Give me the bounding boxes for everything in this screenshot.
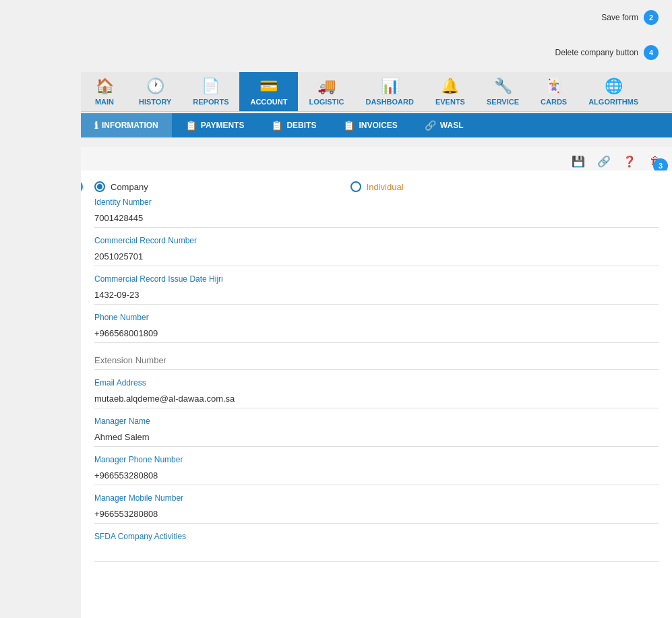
sidebar [0, 72, 81, 618]
save-form-label: Save form [601, 13, 638, 22]
field-group-manager_phone: Manager Phone Number [94, 455, 659, 485]
field-group-email_address: Email Address [94, 378, 659, 408]
events-icon: 🔔 [441, 78, 459, 95]
sub-nav-item-wasl[interactable]: 🔗 WASL [411, 113, 477, 137]
label-identity_number: Identity Number [94, 197, 659, 207]
history-icon: 🕐 [146, 78, 164, 95]
label-manager_name: Manager Name [94, 416, 659, 426]
sub-nav: ℹ INFORMATION📋 PAYMENTS📋 DEBITS📋 INVOICE… [81, 113, 672, 137]
nav-item-algorithms[interactable]: 🌐 ALGORITHMS [578, 72, 649, 111]
badge-2: 2 [644, 10, 659, 25]
nav-item-reports[interactable]: 📄 REPORTS [182, 72, 239, 111]
algorithms-icon: 🌐 [605, 78, 623, 95]
input-sfda_activities[interactable] [94, 543, 659, 562]
field-group-manager_mobile: Manager Mobile Number [94, 493, 659, 524]
cards-label: CARDS [541, 98, 567, 106]
company-radio[interactable]: Company [94, 181, 148, 192]
label-manager_phone: Manager Phone Number [94, 455, 659, 464]
input-extension_number[interactable] [94, 351, 659, 370]
field-group-sfda_activities: SFDA Company Activities [94, 532, 659, 562]
company-radio-circle[interactable] [94, 181, 105, 192]
help-button[interactable]: ❓ [619, 151, 640, 171]
form-section: Identity Number Commercial Record Number… [81, 197, 672, 577]
service-label: SERVICE [487, 98, 519, 106]
nav-item-cards[interactable]: 🃏 CARDS [530, 72, 578, 111]
delete-company-label: Delete company button [555, 48, 638, 57]
events-label: EVENTS [435, 98, 465, 106]
wasl-sub-label: WASL [440, 121, 464, 130]
save-button[interactable]: 💾 [568, 151, 588, 171]
share-button[interactable]: 🔗 [594, 151, 614, 171]
field-group-extension_number [94, 351, 659, 370]
company-label: Company [111, 182, 148, 192]
delete-company-annotation: Delete company button 4 [555, 45, 659, 60]
nav-item-events[interactable]: 🔔 EVENTS [425, 72, 476, 111]
save-form-annotation: Save form 2 [601, 10, 659, 25]
annotations-area: Save form 2 Delete company button 4 [555, 10, 659, 60]
logistic-icon: 🚚 [317, 78, 336, 95]
label-email_address: Email Address [94, 378, 659, 388]
logistic-label: LOGISTIC [309, 98, 344, 106]
debits-sub-label: DEBITS [286, 121, 316, 130]
main-container: Save form 2 Delete company button 4 🏠 MA… [0, 0, 672, 618]
label-commercial_date: Commercial Record Issue Date Hijri [94, 274, 659, 284]
badge-4: 4 [644, 45, 659, 60]
badge-1: 1 [81, 180, 83, 193]
field-group-commercial_record: Commercial Record Number [94, 236, 659, 266]
sub-nav-item-payments[interactable]: 📋 PAYMENTS [172, 113, 258, 137]
account-label: ACCOUNT [250, 98, 287, 106]
label-commercial_record: Commercial Record Number [94, 236, 659, 245]
input-email_address[interactable] [94, 390, 659, 408]
field-group-commercial_date: Commercial Record Issue Date Hijri [94, 274, 659, 305]
sub-nav-item-debits[interactable]: 📋 DEBITS [257, 113, 330, 137]
label-manager_mobile: Manager Mobile Number [94, 493, 659, 503]
content-area[interactable]: Types 1 Company Individual Identity Numb… [81, 171, 672, 618]
individual-radio[interactable]: Individual [350, 181, 404, 192]
reports-label: REPORTS [193, 98, 228, 106]
service-icon: 🔧 [494, 78, 512, 95]
main-label: MAIN [95, 98, 114, 106]
input-identity_number[interactable] [94, 209, 659, 228]
nav-item-logistic[interactable]: 🚚 LOGISTIC [298, 72, 355, 111]
nav-item-main[interactable]: 🏠 MAIN [81, 72, 128, 111]
payments-sub-icon: 📋 [185, 120, 197, 131]
nav-item-history[interactable]: 🕐 HISTORY [128, 72, 182, 111]
input-commercial_date[interactable] [94, 286, 659, 305]
information-sub-label: INFORMATION [102, 121, 158, 130]
information-sub-icon: ℹ [94, 120, 98, 131]
invoices-sub-icon: 📋 [343, 120, 355, 131]
sub-nav-item-information[interactable]: ℹ INFORMATION [81, 113, 172, 137]
history-label: HISTORY [139, 98, 171, 106]
wasl-sub-icon: 🔗 [425, 120, 436, 131]
input-manager_mobile[interactable] [94, 505, 659, 524]
label-phone_number: Phone Number [94, 313, 659, 322]
algorithms-label: ALGORITHMS [588, 98, 638, 106]
payments-sub-label: PAYMENTS [201, 121, 245, 130]
reports-icon: 📄 [202, 78, 220, 95]
nav-bar: 🏠 MAIN🕐 HISTORY📄 REPORTS💳 ACCOUNT🚚 LOGIS… [81, 72, 672, 112]
input-manager_name[interactable] [94, 428, 659, 447]
field-group-phone_number: Phone Number [94, 313, 659, 343]
nav-item-account[interactable]: 💳 ACCOUNT [239, 72, 298, 111]
main-icon: 🏠 [96, 78, 114, 95]
sub-nav-item-invoices[interactable]: 📋 INVOICES [330, 113, 410, 137]
invoices-sub-label: INVOICES [359, 121, 397, 130]
label-sfda_activities: SFDA Company Activities [94, 532, 659, 541]
input-phone_number[interactable] [94, 324, 659, 343]
debits-sub-icon: 📋 [271, 120, 282, 131]
dashboard-icon: 📊 [381, 78, 399, 95]
individual-label: Individual [367, 182, 404, 192]
account-icon: 💳 [259, 78, 278, 95]
individual-radio-circle[interactable] [350, 181, 361, 192]
input-manager_phone[interactable] [94, 466, 659, 485]
dashboard-label: DASHBOARD [365, 98, 414, 106]
field-group-identity_number: Identity Number [94, 197, 659, 228]
nav-item-dashboard[interactable]: 📊 DASHBOARD [355, 72, 425, 111]
cards-icon: 🃏 [545, 78, 563, 95]
input-commercial_record[interactable] [94, 247, 659, 266]
field-group-manager_name: Manager Name [94, 416, 659, 447]
nav-item-service[interactable]: 🔧 SERVICE [476, 72, 530, 111]
